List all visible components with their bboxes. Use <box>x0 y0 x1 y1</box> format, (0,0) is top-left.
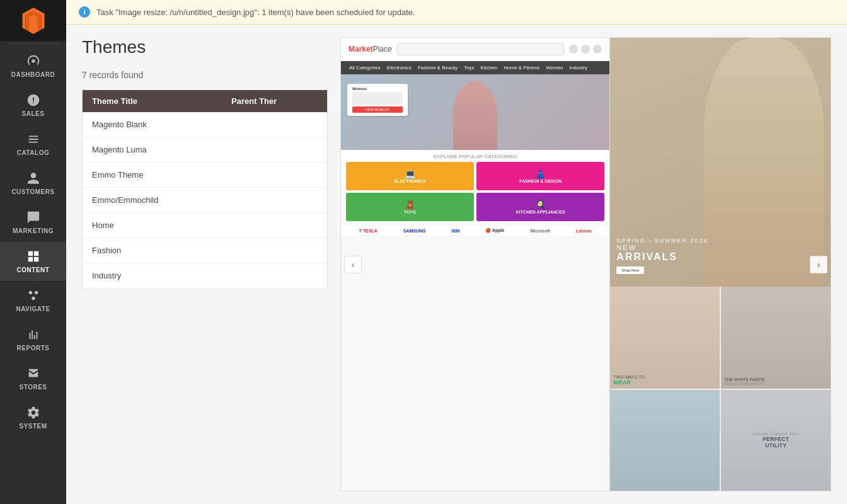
theme-preview-panel: MarketPlace All Categories Electronics F… <box>340 37 831 491</box>
theme-title-cell: Industry <box>83 263 222 289</box>
brand-ibm: IBM <box>451 229 459 233</box>
fp-season: SPRING - SUMMER 2024 <box>616 238 708 244</box>
mp-search-bar <box>397 43 565 55</box>
parent-theme-cell <box>222 137 327 163</box>
sidebar-item-marketing[interactable]: MARKETING <box>0 203 66 242</box>
reports-icon <box>26 328 40 341</box>
main-content: i Task "Image resize: /u/n/untitled_desi… <box>66 0 847 504</box>
parent-theme-cell <box>222 263 327 289</box>
svg-point-0 <box>32 59 35 63</box>
sidebar-item-sales[interactable]: SALES <box>0 86 66 125</box>
sidebar-divider <box>7 43 60 44</box>
table-row[interactable]: Magento Blank <box>83 112 328 137</box>
parent-theme-cell <box>222 188 327 213</box>
mp-header: MarketPlace <box>341 38 609 61</box>
fp-panel-1-label: TWO WAYS TO <box>613 375 645 379</box>
mp-icon-2 <box>581 45 590 54</box>
mp-hero-person <box>453 81 497 150</box>
carousel-next-button[interactable]: › <box>810 256 827 273</box>
navigate-icon <box>26 289 40 302</box>
fp-arrivals: ARRIVALS <box>616 251 708 263</box>
sidebar-item-stores[interactable]: STORES <box>0 359 66 398</box>
mp-header-icons <box>569 45 602 54</box>
mp-nav-all: All Categories <box>346 64 384 72</box>
fp-panel-2-label: THE WHITE PANTS <box>724 377 766 382</box>
mp-logo: MarketPlace <box>349 45 392 54</box>
notification-message: Task "Image resize: /u/n/untitled_design… <box>96 8 415 17</box>
table-row[interactable]: Fashion <box>83 238 328 263</box>
left-panel: Themes 7 records found Theme Title Paren… <box>82 37 328 491</box>
fp-panel-4-season: SPRING-SUMMER 2024 <box>752 432 799 436</box>
themes-table: Theme Title Parent Ther Magento BlankMag… <box>82 89 328 289</box>
mp-cat-kitchen: 🍳 KITCHEN APPLIANCES <box>476 193 604 221</box>
brand-tesla: T TESLA <box>359 229 377 233</box>
mp-icon-1 <box>569 45 578 54</box>
fp-hero-text: SPRING - SUMMER 2024 NEW ARRIVALS Shop N… <box>616 238 708 274</box>
svg-rect-2 <box>33 251 38 256</box>
mp-hero-image: Wishlist VIEW WISHLIST <box>341 74 609 150</box>
dashboard-icon <box>26 54 40 68</box>
marketplace-preview: MarketPlace All Categories Electronics F… <box>341 38 610 491</box>
sidebar-item-reports[interactable]: REPORTS <box>0 320 66 359</box>
fp-panel-2-sub: COLLECTION 20% OFF <box>724 382 766 386</box>
mp-cat-title: EXPLORE POPULAR CATEGORIES <box>346 154 604 159</box>
table-row[interactable]: Industry <box>83 263 328 289</box>
fp-new: NEW <box>616 244 708 251</box>
mp-categories: EXPLORE POPULAR CATEGORIES 💻 ELECTRONICS <box>341 150 609 225</box>
sales-icon <box>26 93 40 107</box>
theme-title-cell: Magento Luma <box>83 137 222 163</box>
mp-nav-women: Women <box>543 64 566 72</box>
sidebar-item-system[interactable]: SYSTEM <box>0 398 66 437</box>
sidebar-item-catalog[interactable]: CATALOG <box>0 125 66 164</box>
brand-microsoft: Microsoft <box>530 229 550 233</box>
fp-hero: SPRING - SUMMER 2024 NEW ARRIVALS Shop N… <box>610 38 831 287</box>
theme-title-cell: Fashion <box>83 238 222 263</box>
mp-nav-industry: Industry <box>567 64 591 72</box>
parent-theme-cell <box>222 163 327 188</box>
svg-point-5 <box>28 291 32 295</box>
mp-cat-toys: 🧸 TOYS <box>346 193 474 221</box>
stores-icon <box>26 367 40 381</box>
fp-panel-3 <box>610 390 720 491</box>
theme-title-cell: Magento Blank <box>83 112 222 137</box>
theme-title-cell: Emmo/Emmochild <box>83 188 222 213</box>
fp-cta-btn[interactable]: Shop Now <box>616 266 644 274</box>
sidebar-item-dashboard[interactable]: DASHBOARD <box>0 47 66 86</box>
brand-apple: 🍎 Apple <box>485 228 504 233</box>
sidebar-item-content[interactable]: CONTENT <box>0 242 66 281</box>
mp-nav: All Categories Electronics Fashion & Bea… <box>341 61 609 74</box>
fp-grid: TWO WAYS TO WEAR THE WHITE PANTS COLLECT… <box>610 287 831 491</box>
brand-samsung: SAMSUNG <box>403 229 426 233</box>
sidebar-logo <box>0 0 66 41</box>
theme-title-cell: Emmo Theme <box>83 163 222 188</box>
table-row[interactable]: Magento Luma <box>83 137 328 163</box>
svg-rect-3 <box>28 257 32 261</box>
sidebar-item-customers[interactable]: CUSTOMERS <box>0 164 66 203</box>
catalog-icon <box>26 132 40 146</box>
svg-rect-4 <box>33 257 38 261</box>
svg-rect-1 <box>28 251 32 256</box>
sidebar: DASHBOARD SALES CATALOG CUSTOMERS MARKET… <box>0 0 66 504</box>
table-row[interactable]: Home <box>83 213 328 238</box>
col-theme-title: Theme Title <box>83 90 222 113</box>
svg-point-7 <box>32 297 35 301</box>
mp-nav-home: Home & Fitness <box>500 64 543 72</box>
page-content-area: Themes 7 records found Theme Title Paren… <box>66 25 847 504</box>
fp-panel-2: THE WHITE PANTS COLLECTION 20% OFF <box>721 287 831 388</box>
fp-panel-4-label: PERFECT <box>752 436 799 442</box>
sidebar-item-navigate[interactable]: NAVIGATE <box>0 281 66 320</box>
mp-nav-kitchen: Kitchen <box>478 64 501 72</box>
mp-wishlist-popup: Wishlist VIEW WISHLIST <box>347 84 408 116</box>
table-row[interactable]: Emmo Theme <box>83 163 328 188</box>
records-count: 7 records found <box>82 70 328 80</box>
mp-cat-fashion: 👗 FASHION & DESIGN <box>476 162 604 190</box>
parent-theme-cell <box>222 112 327 137</box>
svg-point-6 <box>34 291 38 295</box>
carousel-prev-button[interactable]: ‹ <box>344 256 362 273</box>
magento-logo-icon <box>20 8 47 34</box>
theme-title-cell: Home <box>83 213 222 238</box>
info-icon: i <box>79 6 90 18</box>
mp-nav-fashion: Fashion & Beauty <box>415 64 461 72</box>
table-row[interactable]: Emmo/Emmochild <box>83 188 328 213</box>
preview-container: MarketPlace All Categories Electronics F… <box>341 38 831 491</box>
